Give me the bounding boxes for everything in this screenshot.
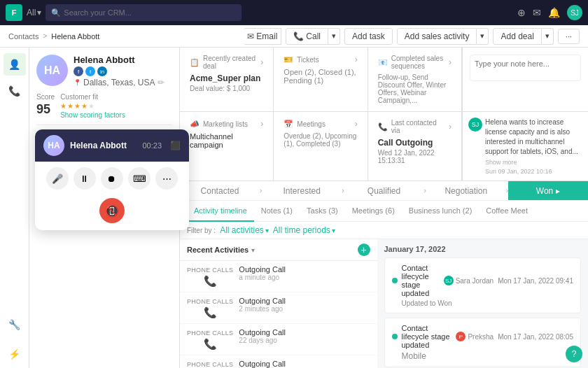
timeline-content: January 17, 2022 Contact lifecycle stage… [377,239,589,368]
contact-name: Helena Abbott [74,55,164,65]
activities-chevron[interactable]: ▾ [251,246,255,254]
marketing-card[interactable]: 📣 Marketing lists › Multichannel campaig… [180,112,274,181]
activity-time-2: 2 minutes ago [239,305,370,313]
sidebar-email-icon[interactable]: 🔧 [4,313,26,336]
add-sales-activity-button[interactable]: Add sales activity [397,28,477,45]
keypad-button[interactable]: ⌨ [128,167,150,190]
record-button[interactable]: ⏺ [101,167,123,190]
meetings-card[interactable]: 📅 Meetings › Overdue (2), Upcoming (1), … [274,112,368,181]
activity-content-4: Outgoing Call 22 days ago [239,360,370,368]
activity-item-2: PHONE CALLS 📞 Outgoing Call 2 minutes ag… [180,292,377,324]
last-contact-icon: 📞 [378,122,388,132]
tab-coffee-meet[interactable]: Coffee Meet [479,201,535,222]
stage-negotiation[interactable]: Negotiation [426,181,506,200]
all-activities-filter[interactable]: All activities ▾ [220,225,269,235]
stage-interested[interactable]: Interested [262,181,342,200]
sequences-card[interactable]: 📧 Completed sales sequences › Follow-up,… [368,48,462,111]
end-call-row: 📵 [35,195,189,230]
marketing-arrow[interactable]: › [260,119,263,129]
edit-location-icon[interactable]: ✏ [158,78,164,87]
facebook-icon[interactable]: f [74,66,83,76]
linkedin-icon[interactable]: in [97,66,107,76]
notification-icon[interactable]: 🔔 [548,7,560,18]
call-button[interactable]: 📞 Call [286,28,328,45]
all-time-periods-filter[interactable]: All time periods ▾ [273,225,335,235]
note-section [462,48,588,111]
sidebar-freshworks-icon[interactable]: ⚡ [4,343,26,365]
search-input[interactable] [64,8,236,17]
tab-activity-timeline[interactable]: Activity timeline [187,201,254,222]
sidebar-contacts-icon[interactable]: 👤 [4,53,26,76]
show-scoring-link[interactable]: Show scoring factors [60,111,125,119]
tickets-card[interactable]: 🎫 Tickets › Open (2), Closed (1), Pendin… [274,48,368,111]
mobile-label: Mobile [402,351,426,361]
timeline-user-2: P Preksha [456,332,493,341]
phone-icon-1: 📞 [204,275,217,288]
twitter-icon[interactable]: t [85,66,95,76]
tickets-value: Open (2), Closed (1), Pending (1) [284,68,357,85]
deal-card-arrow[interactable]: › [260,57,263,67]
sequences-arrow[interactable]: › [449,57,451,67]
email-btn-group: ✉ Email [244,28,281,45]
tickets-card-title: Tickets [297,56,318,64]
activity-name-1: Outgoing Call [239,265,370,274]
sales-activity-dropdown[interactable]: ▾ [477,28,489,45]
contacts-link[interactable]: Contacts [8,32,38,41]
help-button[interactable]: ? [566,346,582,362]
deal-dropdown[interactable]: ▾ [542,28,554,45]
tab-notes[interactable]: Notes (1) [254,201,300,222]
activity-item-1: PHONE CALLS 📞 Outgoing Call a minute ago [180,261,377,292]
profile-avatar[interactable]: SJ [567,5,582,20]
end-call-button[interactable]: 📵 [99,198,125,223]
stage-contacted[interactable]: Contacted [180,181,260,200]
filter-row: Filter by : All activities ▾ All time pe… [180,222,588,239]
email-button[interactable]: ✉ Email [244,28,281,45]
timeline-item-2-header: Contact lifecycle stage updated P Preksh… [392,324,574,349]
add-deal-button[interactable]: Add deal [493,28,541,45]
phone-calls-label-1: PHONE CALLS [187,267,233,274]
activity-content-2: Outgoing Call 2 minutes ago [239,297,370,313]
timeline-item-1-header: Contact lifecycle stage updated SJ Sara … [392,264,574,297]
call-overlay: HA Helena Abbott 00:23 ⬛ 🎤 ⏸ ⏺ ⌨ ⋯ 📵 [35,129,189,230]
call-btn-icon: 📞 [293,31,304,41]
meetings-title: Meetings [297,120,326,128]
marketing-card-header: 📣 Marketing lists › [190,119,263,129]
call-dropdown-button[interactable]: ▾ [328,28,340,45]
top-navigation: F All ▾ 🔍 ⊕ ✉ 🔔 SJ [0,0,588,25]
tab-meetings[interactable]: Meetings (6) [345,201,402,222]
add-contact-icon[interactable]: ⊕ [517,7,526,18]
hold-button[interactable]: ⏸ [74,167,96,190]
tickets-arrow[interactable]: › [355,55,358,64]
star-rating: ★ ★ ★ ★ ★ [60,102,125,110]
avatar-initials: HA [36,55,68,86]
meetings-arrow[interactable]: › [355,119,358,129]
call-action-buttons: 🎤 ⏸ ⏺ ⌨ ⋯ [35,162,189,195]
last-contact-arrow[interactable]: › [449,122,451,132]
contact-header: HA Helena Abbott f t in 📍 Dallas, Texas,… [36,55,172,87]
email-icon[interactable]: ✉ [533,7,541,18]
show-more-link[interactable]: Show more [485,159,517,166]
call-minimize-icon[interactable]: ⬛ [170,141,181,150]
tab-tasks[interactable]: Tasks (3) [300,201,345,222]
activity-time-1: a minute ago [239,274,370,281]
mute-button[interactable]: 🎤 [46,167,69,190]
more-call-button[interactable]: ⋯ [155,167,178,190]
global-search[interactable]: 🔍 [46,4,241,21]
more-options-button[interactable]: ··· [558,29,580,44]
note-input[interactable] [470,55,581,81]
stage-qualified[interactable]: Qualified [344,181,424,200]
sidebar-phone-icon[interactable]: 📞 [4,80,26,102]
activity-icon-col-2: PHONE CALLS 📞 [187,297,233,319]
last-contact-date: Wed 12 Jan, 2022 15:13:31 [378,149,451,164]
deal-card[interactable]: 📋 Recently created deal › Acme_Super pla… [180,48,274,111]
all-dropdown[interactable]: All ▾ [27,8,41,17]
user-avatar-1: SJ [444,276,454,285]
star-1: ★ [60,102,66,110]
call-timer: 00:23 [142,141,162,150]
add-task-button[interactable]: Add task [344,28,393,45]
last-contact-card[interactable]: 📞 Last contacted via › Call Outgoing Wed… [368,112,462,181]
right-content: 📋 Recently created deal › Acme_Super pla… [180,48,588,368]
stage-won[interactable]: Won ▸ [508,181,588,200]
add-activity-button[interactable]: + [358,243,370,256]
tab-business-lunch[interactable]: Business lunch (2) [402,201,479,222]
